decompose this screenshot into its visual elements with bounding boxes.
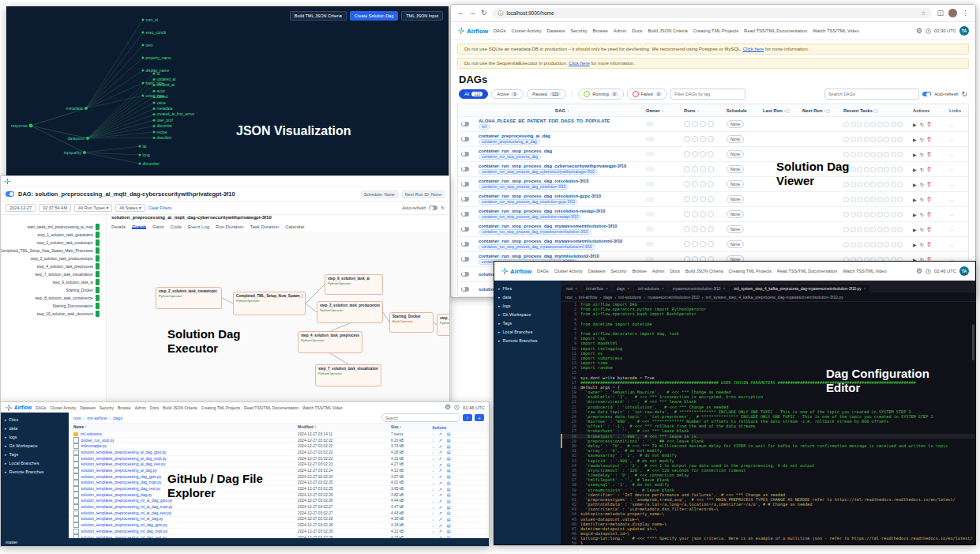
task-status-circle[interactable]	[884, 167, 889, 172]
task-row[interactable]: Starting_Docker	[1, 286, 106, 294]
file-search-input[interactable]	[381, 413, 460, 422]
nav-item-docs[interactable]: Docs	[632, 28, 642, 33]
code-area[interactable]: 1from airflow import DAG2from airflow.op…	[561, 302, 975, 545]
tab-calendar[interactable]: Calendar	[285, 224, 304, 229]
run-status-circle[interactable]	[692, 121, 698, 127]
play-dag-button[interactable]: ▶	[913, 242, 917, 247]
gear-icon[interactable]: ⚙	[916, 268, 922, 275]
task-instance-square[interactable]	[96, 279, 100, 285]
task-status-circle[interactable]	[891, 242, 896, 247]
run-status-circle[interactable]	[708, 166, 714, 172]
task-status-circle[interactable]	[897, 122, 903, 127]
nav-item-watch-tss-tml-video[interactable]: Watch TSS/TML Video	[843, 269, 886, 273]
run-status-circle[interactable]	[708, 211, 714, 217]
delete-dag-button[interactable]	[927, 242, 931, 247]
open-icon[interactable]: ↗	[439, 456, 442, 461]
details-icon[interactable]: ▤	[447, 432, 451, 436]
download-icon[interactable]: ↓	[432, 487, 434, 492]
file-row[interactable]: tml-solutions2024-12-27 03:14:117 items↓…	[69, 431, 489, 437]
links-menu[interactable]: …	[949, 197, 954, 202]
nav-item-read-tss-tml-documentation[interactable]: Read TSS/TML Documentation	[744, 28, 807, 33]
dag-link[interactable]: container_run_stop_process_dag_iotsoluti…	[479, 179, 646, 183]
run-status-circle[interactable]	[692, 181, 698, 187]
dag-link[interactable]: container_run_stop_process_dag	[479, 149, 646, 153]
details-icon[interactable]: ▤	[447, 444, 451, 449]
run-status-circle[interactable]	[692, 166, 698, 172]
dag-tag-chip[interactable]: container_run_stop_process_dag	[479, 154, 541, 160]
task-status-circle[interactable]	[891, 182, 896, 187]
sidebar-item-files[interactable]: ▸Files	[1, 415, 69, 424]
links-menu[interactable]: …	[949, 122, 954, 126]
file-row[interactable]: solution_templates_preprocessing_ml_ai_d…	[69, 503, 489, 510]
open-icon[interactable]: ↗	[439, 511, 442, 515]
task-row[interactable]: Completed_TML_Setup_Now_Spawn_Main_Proce…	[1, 247, 106, 254]
details-icon[interactable]: ▤	[447, 450, 451, 454]
nav-item-watch-tss-tml-video[interactable]: Watch TSS/TML Video	[302, 405, 342, 410]
tag-filter-input[interactable]	[670, 89, 745, 100]
editor-tab-myawesometmlsolution-3f10[interactable]: myawesometmlsolution-3f10×	[669, 285, 730, 292]
nav-item-creating-tml-projects[interactable]: Creating TML Projects	[201, 405, 240, 410]
nav-item-build-json-criteria[interactable]: Build JSON Criteria	[685, 269, 723, 273]
task-status-circle[interactable]	[897, 137, 903, 142]
refresh-dag-button[interactable]: ↻	[920, 212, 924, 217]
sidebar-item-files[interactable]: ▸Files	[494, 284, 561, 292]
task-status-circle[interactable]	[870, 137, 876, 142]
task-status-circle[interactable]	[877, 242, 883, 247]
breadcrumb-dags[interactable]: dags	[113, 416, 122, 420]
refresh-dag-button[interactable]: ↻	[920, 167, 924, 172]
run-status-circle[interactable]	[692, 211, 698, 217]
editor-tab-tml-solutions[interactable]: tml-solutions×	[634, 285, 668, 292]
graph-node-step-4-solution-task-preprocess[interactable]: step_4_solution_task_preprocessPythonOpe…	[298, 331, 362, 353]
json-leaf-node[interactable]	[153, 96, 156, 98]
task-status-circle[interactable]	[870, 197, 876, 202]
base-time-input[interactable]: 02:37:54 AM	[39, 204, 71, 212]
site-info-icon[interactable]: ⓘ	[498, 10, 504, 16]
refresh-dag-button[interactable]: ↻	[920, 152, 924, 157]
run-status-circle[interactable]	[700, 211, 706, 217]
breadcrumb-root[interactable]: root	[565, 295, 573, 300]
dag-pause-toggle[interactable]	[461, 152, 469, 156]
sidebar-item-local-branches[interactable]: ▸Local Branches	[494, 327, 561, 336]
nav-item-security[interactable]: Security	[100, 405, 114, 410]
nav-item-datasets[interactable]: Datasets	[588, 269, 606, 273]
task-status-circle[interactable]	[870, 242, 876, 247]
nav-item-admin[interactable]: Admin	[614, 28, 626, 33]
delete-dag-button[interactable]	[927, 212, 931, 217]
file-name-cell[interactable]: tmlmonapps.py	[73, 443, 298, 450]
json-leaf-node[interactable]	[153, 107, 156, 110]
file-row[interactable]: solution_templates_preprocessing_ai_dag_…	[69, 449, 489, 455]
json-group-node[interactable]	[86, 137, 89, 140]
sort-icon[interactable]: ↕	[697, 108, 700, 113]
task-instance-square[interactable]	[96, 255, 100, 262]
dag-tag-chip[interactable]: container_preprocessing_ai_dag	[479, 139, 540, 145]
file-row[interactable]: solution_templates_preprocessing_ai_dag_…	[69, 455, 489, 462]
task-status-circle[interactable]	[857, 227, 862, 232]
nav-item-datasets[interactable]: Datasets	[80, 405, 96, 410]
tab-run-duration[interactable]: Run Duration	[216, 224, 243, 229]
task-status-circle[interactable]	[843, 212, 849, 217]
tab-graph[interactable]: Graph	[132, 224, 146, 229]
download-icon[interactable]: ↓	[432, 444, 434, 449]
search-dags-input[interactable]	[824, 89, 919, 100]
json-leaf-node[interactable]	[153, 137, 156, 139]
airflow-logo-link[interactable]: Airflow	[501, 267, 531, 275]
task-instance-square[interactable]	[96, 263, 100, 269]
links-menu[interactable]: …	[949, 137, 954, 141]
json-leaf-node[interactable]	[142, 19, 145, 21]
json-leaf-node[interactable]	[139, 154, 141, 156]
task-status-circle[interactable]	[850, 152, 856, 157]
task-row[interactable]: step_9_solution_task_ai	[1, 278, 106, 286]
run-status-circle[interactable]	[700, 241, 706, 247]
extensions-icon[interactable]: ◫	[937, 9, 944, 17]
run-status-circle[interactable]	[708, 136, 714, 142]
nav-item-dags[interactable]: DAGs	[36, 405, 46, 410]
dag-pause-toggle[interactable]	[461, 122, 469, 126]
open-icon[interactable]: ↗	[439, 523, 442, 528]
details-icon[interactable]: ▤	[447, 468, 451, 473]
task-row[interactable]: start_tasks_tml_preprocessing_ai_mqtt	[1, 223, 106, 231]
run-status-circle[interactable]	[684, 241, 690, 247]
nav-item-browse[interactable]: Browse	[592, 28, 607, 33]
download-icon[interactable]: ↓	[432, 523, 434, 528]
tab-close-icon[interactable]: ×	[723, 287, 726, 291]
file-name-cell[interactable]: solution_templates_preprocessing_ml_dag_…	[73, 529, 298, 535]
